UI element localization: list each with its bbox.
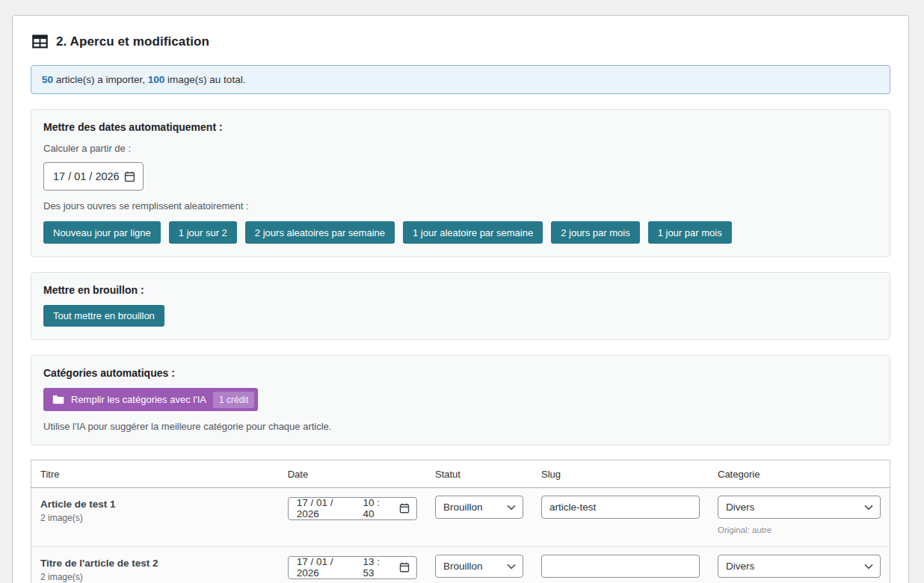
auto-categories-section: Catégories automatiques : Remplir les ca… — [31, 355, 890, 445]
main-card: 2. Apercu et modification 50 article(s) … — [12, 15, 909, 583]
set-all-draft-button[interactable]: Tout mettre en brouillon — [43, 305, 164, 327]
draft-section: Mettre en brouillon : Tout mettre en bro… — [31, 272, 890, 340]
articles-table: Titre Date Statut Slug Categorie Article… — [31, 460, 890, 583]
calendar-icon[interactable] — [399, 562, 410, 573]
random-days-label: Des jours ouvres se remplissent aleatoir… — [43, 200, 878, 212]
category-select[interactable]: Divers — [718, 496, 881, 519]
status-select[interactable]: Brouillon — [435, 496, 523, 519]
image-count-label: image(s) au total. — [164, 74, 245, 85]
article-image-count: 2 image(s) — [40, 572, 270, 582]
chevron-down-icon — [507, 564, 516, 570]
page-header: 2. Apercu et modification — [32, 34, 890, 49]
table-row: Titre de l'article de test 2 2 image(s) … — [31, 547, 890, 583]
one-random-day-per-week-button[interactable]: 1 jour aleatoire par semaine — [403, 221, 543, 244]
ai-fill-categories-button[interactable]: Remplir les catégories avec l'IA 1 crédi… — [43, 388, 258, 411]
slug-input[interactable] — [541, 555, 700, 578]
row-time-value: 13 : 53 — [363, 556, 392, 579]
article-title: Article de test 1 — [40, 496, 270, 510]
date-buttons-row: Nouveau jour par ligne 1 jour sur 2 2 jo… — [43, 221, 878, 244]
original-category-note: Original: autre — [718, 525, 881, 534]
article-image-count: 2 image(s) — [40, 513, 270, 523]
slug-input[interactable] — [541, 496, 700, 519]
two-random-days-per-week-button[interactable]: 2 jours aleatoires par semaine — [245, 221, 395, 244]
col-header-titre: Titre — [31, 460, 279, 488]
chevron-down-icon — [864, 505, 873, 510]
calendar-icon[interactable] — [124, 171, 135, 182]
chevron-down-icon — [507, 505, 516, 510]
article-title: Titre de l'article de test 2 — [40, 555, 270, 569]
category-select[interactable]: Divers — [718, 555, 881, 578]
auto-categories-title: Catégories automatiques : — [43, 367, 878, 379]
col-header-slug: Slug — [532, 460, 709, 488]
import-summary-notice: 50 article(s) a importer, 100 image(s) a… — [31, 65, 890, 94]
one-day-out-of-two-button[interactable]: 1 jour sur 2 — [169, 221, 237, 244]
auto-dates-title: Mettre des dates automatiquement : — [43, 121, 878, 133]
draft-title: Mettre en brouillon : — [43, 284, 878, 296]
status-select[interactable]: Brouillon — [435, 555, 523, 578]
row-datetime-input[interactable]: 17 / 01 / 2026 13 : 53 — [288, 556, 417, 579]
row-date-value: 17 / 01 / 2026 — [297, 556, 356, 579]
image-count: 100 — [148, 74, 165, 85]
credit-badge: 1 crédit — [213, 392, 254, 408]
category-value: Divers — [726, 502, 754, 513]
preview-table-wrap: Titre Date Statut Slug Categorie Article… — [31, 460, 890, 583]
table-icon — [32, 34, 48, 49]
col-header-statut: Statut — [426, 460, 532, 488]
col-header-date: Date — [279, 460, 426, 488]
start-date-input[interactable]: 17 / 01 / 2026 — [43, 162, 144, 191]
chevron-down-icon — [864, 564, 873, 570]
status-value: Brouillon — [443, 502, 483, 513]
folder-icon — [52, 395, 64, 404]
col-header-categorie: Categorie — [709, 460, 890, 488]
calc-from-label: Calculer a partir de : — [43, 143, 878, 154]
ai-help-text: Utilise l'IA pour suggérer la meilleure … — [43, 421, 878, 432]
row-time-value: 10 : 40 — [363, 497, 392, 519]
auto-dates-section: Mettre des dates automatiquement : Calcu… — [31, 109, 890, 257]
table-header-row: Titre Date Statut Slug Categorie — [31, 460, 890, 488]
table-row: Article de test 1 2 image(s) 17 / 01 / 2… — [31, 488, 890, 547]
two-days-per-month-button[interactable]: 2 jours par mois — [551, 221, 639, 244]
start-date-value: 17 / 01 / 2026 — [53, 170, 120, 182]
status-value: Brouillon — [443, 561, 483, 572]
calendar-icon[interactable] — [399, 503, 410, 513]
article-count-label: article(s) a importer, — [53, 74, 148, 85]
one-day-per-month-button[interactable]: 1 jour par mois — [648, 221, 732, 244]
article-count: 50 — [42, 74, 53, 85]
new-day-per-line-button[interactable]: Nouveau jour par ligne — [43, 221, 161, 244]
row-date-value: 17 / 01 / 2026 — [297, 497, 356, 519]
ai-button-label: Remplir les catégories avec l'IA — [71, 394, 206, 405]
category-value: Divers — [726, 561, 754, 572]
row-datetime-input[interactable]: 17 / 01 / 2026 10 : 40 — [288, 497, 417, 520]
page-title: 2. Apercu et modification — [56, 34, 209, 49]
